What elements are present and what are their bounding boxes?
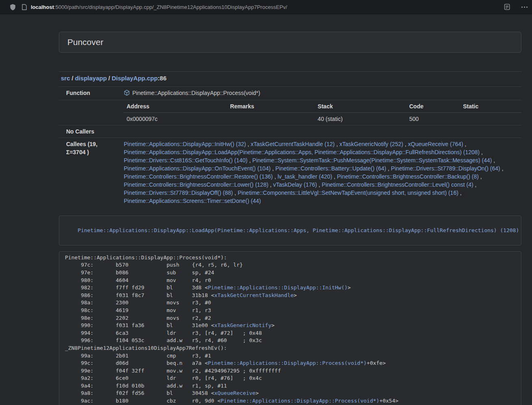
breadcrumb-line-number: :86 (158, 75, 167, 82)
callee-separator: , (479, 173, 482, 180)
overflow-menu-icon[interactable] (521, 6, 528, 8)
callee-separator: , (473, 181, 476, 188)
callee-separator: , (246, 141, 251, 147)
callee-separator: , (335, 141, 340, 147)
col-stack: Stack (314, 100, 406, 113)
callee-link[interactable]: lv_task_handler (420) (278, 173, 332, 180)
callee-separator: , (271, 165, 276, 172)
callee-link[interactable]: Pinetime::Controllers::BrightnessControl… (124, 173, 273, 180)
callee-link[interactable]: Pinetime::Controllers::BrightnessControl… (322, 181, 473, 188)
callees-label: Callees (19, Σ=3704 ) (59, 138, 118, 207)
callee-link[interactable]: xTaskGetCurrentTaskHandle (12) (251, 141, 335, 147)
callee-link[interactable]: xTaskGenericNotify (252) (339, 141, 403, 147)
callee-link[interactable]: Pinetime::Applications::Screens::Timer::… (124, 198, 261, 204)
callee-link[interactable]: Pinetime::Controllers::BrightnessControl… (337, 173, 478, 180)
page-icon (22, 4, 27, 10)
callee-link[interactable]: Pinetime::Applications::DisplayApp::OnTo… (124, 165, 271, 172)
code-value: 500 (406, 113, 459, 125)
reader-mode-icon[interactable] (504, 4, 510, 10)
remarks-value (227, 113, 314, 125)
asm-symbol-link[interactable]: xQueueReceive (214, 390, 256, 396)
breadcrumb-separator: / (72, 75, 73, 82)
col-static: Static (460, 100, 521, 113)
col-code: Code (406, 100, 459, 113)
symbol-type-icon (124, 90, 130, 98)
callee-link[interactable]: Pinetime::Controllers::Battery::Update()… (276, 165, 386, 172)
col-address: Address (123, 100, 227, 113)
asm-symbol-link[interactable]: xTaskGenericNotify (214, 322, 271, 328)
toolbar-actions (504, 4, 528, 10)
metrics-cell: Address Remarks Stack Code Static 0x0000… (118, 100, 521, 125)
asm-symbol-link[interactable]: xTaskGetCurrentTaskHandle (214, 292, 294, 298)
url-text: localhost:5000/path/src/displayapp/Displ… (31, 4, 287, 10)
function-name-cell: Pinetime::Applications::DisplayApp::Proc… (118, 87, 521, 100)
no-callers-label: No Callers (59, 125, 118, 138)
callee-separator: , (480, 149, 483, 155)
callee-separator: , (317, 181, 322, 188)
callee-separator: , (248, 157, 252, 164)
loadapp-highlight-box: Pinetime::Applications::DisplayApp::Load… (59, 215, 521, 246)
callees-row: Callees (19, Σ=3704 ) Pinetime::Applicat… (59, 138, 521, 207)
callee-separator: , (332, 173, 337, 180)
callee-link[interactable]: Pinetime::Applications::DisplayApp::Load… (124, 149, 480, 155)
loadapp-link[interactable]: Pinetime::Applications::DisplayApp::Load… (78, 227, 519, 233)
breadcrumb-src[interactable]: src (61, 75, 70, 82)
url-bar[interactable]: localhost:5000/path/src/displayapp/Displ… (22, 4, 499, 10)
function-row: Function Pinetime::Applications::Display… (59, 87, 521, 100)
stack-value: 40 (static) (314, 113, 406, 125)
callee-link[interactable]: Pinetime::System::SystemTask::PushMessag… (252, 157, 492, 164)
callee-separator: , (492, 157, 495, 164)
breadcrumb-displayapp[interactable]: displayapp (75, 75, 107, 82)
url-path: :5000/path/src/displayapp/DisplayApp.cpp… (54, 4, 287, 10)
callee-link[interactable]: vTaskDelay (176) (273, 181, 317, 188)
metrics-values-row: 0x0000097c 40 (static) 500 (123, 113, 521, 125)
callers-row: No Callers (59, 125, 521, 138)
divider (59, 71, 521, 72)
callee-separator: , (500, 165, 504, 172)
callee-link[interactable]: xQueueReceive (764) (408, 141, 463, 147)
symbol-table: Function Pinetime::Applications::Display… (59, 86, 521, 207)
app-header: Puncover (59, 32, 521, 53)
asm-symbol-link[interactable]: Pinetime::Applications::DisplayApp::Proc… (208, 360, 366, 366)
callee-link[interactable]: Pinetime::Drivers::St7789::DisplayOff() … (124, 190, 233, 196)
breadcrumb: src/displayapp/DisplayApp.cpp:86 (59, 74, 521, 82)
function-name: Pinetime::Applications::DisplayApp::Proc… (132, 90, 260, 96)
assembly-code: Pinetime::Applications::DisplayApp::Proc… (59, 251, 521, 405)
callee-separator: , (268, 181, 273, 188)
callee-separator: , (403, 141, 408, 147)
breadcrumb-separator: / (108, 75, 110, 82)
static-value (460, 113, 521, 125)
callers-cell (118, 125, 521, 138)
callee-separator: , (459, 190, 462, 196)
function-row-label: Function (59, 87, 118, 100)
asm-symbol-link[interactable]: Pinetime::Applications::DisplayApp::Proc… (221, 398, 379, 404)
callee-separator: , (273, 173, 278, 180)
metrics-row: Address Remarks Stack Code Static 0x0000… (59, 100, 521, 125)
browser-toolbar: localhost:5000/path/src/displayapp/Displ… (0, 0, 532, 14)
asm-symbol-link[interactable]: Pinetime::Applications::DisplayApp::Init… (208, 284, 347, 291)
callee-separator: , (463, 141, 466, 147)
address-value: 0x0000097c (123, 113, 227, 125)
page-title: Puncover (67, 37, 513, 47)
callee-link[interactable]: Pinetime::Components::LittleVgl::SetNewT… (238, 190, 459, 196)
callee-link[interactable]: Pinetime::Controllers::BrightnessControl… (124, 181, 268, 188)
callee-link[interactable]: Pinetime::Applications::DisplayApp::Init… (124, 141, 246, 147)
callee-separator: , (386, 165, 391, 172)
callee-link[interactable]: Pinetime::Drivers::Cst816S::GetTouchInfo… (124, 157, 248, 164)
url-host: localhost (31, 4, 54, 10)
metrics-row-label (59, 100, 118, 125)
page-container: Puncover src/displayapp/DisplayApp.cpp:8… (59, 32, 521, 405)
breadcrumb-file[interactable]: DisplayApp.cpp (112, 75, 157, 82)
callees-list: Pinetime::Applications::DisplayApp::Init… (118, 138, 521, 207)
callee-link[interactable]: Pinetime::Drivers::St7789::DisplayOn() (… (391, 165, 500, 172)
callee-separator: , (233, 190, 238, 196)
col-remarks: Remarks (227, 100, 314, 113)
metrics-table: Address Remarks Stack Code Static 0x0000… (123, 100, 521, 125)
shield-icon[interactable] (10, 4, 16, 11)
